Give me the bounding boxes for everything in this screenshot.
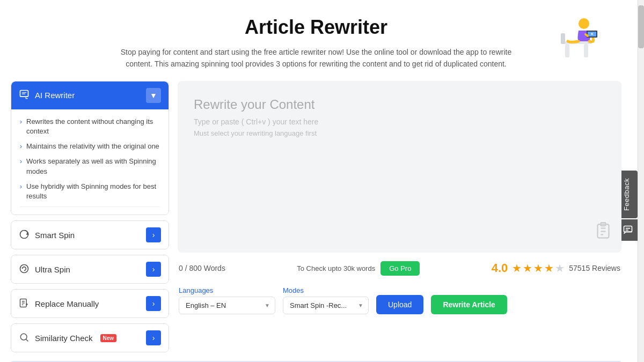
- similarity-check-left: Similarity Check New: [19, 332, 116, 344]
- svg-text:✕: ✕: [590, 32, 594, 36]
- review-count: 57515 Reviews: [569, 264, 620, 272]
- replace-manually-left: Replace Manually: [19, 298, 99, 310]
- scrollbar[interactable]: [638, 0, 644, 362]
- editor-placeholder-note: Must select your rewriting language firs…: [194, 129, 605, 137]
- rewrite-button[interactable]: Rewrite Article: [431, 295, 507, 314]
- star-2: ★: [523, 262, 532, 275]
- feature-text: Rewrites the content without changing it…: [26, 117, 160, 136]
- editor-placeholder-title: Rewrite your Content: [194, 97, 605, 112]
- ai-rewriter-label: AI Rewriter: [35, 91, 75, 100]
- star-3: ★: [533, 262, 543, 275]
- go-pro-button[interactable]: Go Pro: [380, 261, 420, 276]
- chevron-icon: ›: [20, 142, 22, 151]
- editor-placeholder-sub: Type or paste ( Ctrl+v ) your text here: [194, 117, 605, 126]
- feature-item: › Maintains the relativity with the orig…: [20, 142, 160, 151]
- rating-score: 4.0: [492, 261, 508, 275]
- similarity-check-new-badge: New: [100, 334, 117, 342]
- similarity-check-label: Similarity Check: [35, 334, 93, 343]
- ultra-spin-label: Ultra Spin: [35, 265, 70, 274]
- star-5: ★: [555, 262, 565, 275]
- smart-spin-header[interactable]: Smart Spin ›: [11, 221, 169, 249]
- replace-manually-header[interactable]: Replace Manually ›: [11, 290, 169, 317]
- ai-rewriter-header[interactable]: AI Rewriter ▼: [11, 82, 169, 109]
- sidebar-item-ultra-spin: Ultra Spin ›: [11, 255, 169, 284]
- star-1: ★: [512, 262, 522, 275]
- sidebar-item-replace-manually: Replace Manually ›: [11, 289, 169, 318]
- mode-group: Modes Smart Spin -Rec... Ultra Spin AI R…: [283, 286, 369, 314]
- ai-rewriter-left: AI Rewriter: [19, 89, 75, 101]
- editor-box[interactable]: Rewrite your Content Type or paste ( Ctr…: [178, 81, 621, 253]
- star-4: ★: [544, 262, 554, 275]
- sidebar: AI Rewriter ▼ › Rewrites the content wit…: [11, 81, 169, 358]
- smart-spin-arrow[interactable]: ›: [146, 227, 161, 242]
- stats-bar: 0 / 800 Words To Check upto 30k words Go…: [178, 258, 621, 279]
- feature-text: Use hybridly with Spinning modes for bes…: [26, 182, 160, 201]
- svg-point-7: [579, 18, 589, 29]
- chevron-icon: ›: [20, 117, 22, 127]
- language-label: Languages: [179, 286, 275, 294]
- language-group: Languages English – EN Spanish – ES Fren…: [179, 286, 275, 314]
- feature-item: › Rewrites the content without changing …: [20, 117, 160, 136]
- upload-button[interactable]: Upload: [376, 295, 423, 314]
- svg-point-15: [20, 264, 28, 272]
- smart-spin-icon: [19, 229, 30, 241]
- sidebar-item-smart-spin: Smart Spin ›: [11, 220, 169, 249]
- controls-bar: Languages English – EN Spanish – ES Fren…: [178, 284, 621, 316]
- feature-item: › Works separately as well as with Spinn…: [20, 157, 160, 176]
- svg-rect-11: [20, 91, 28, 97]
- pro-section: To Check upto 30k words Go Pro: [297, 261, 420, 276]
- feature-item: › Use hybridly with Spinning modes for b…: [20, 182, 160, 201]
- editor-paste-icon: [594, 221, 613, 244]
- svg-rect-0: [624, 226, 632, 232]
- sidebar-item-similarity-check: Similarity Check New ›: [11, 323, 169, 352]
- ultra-spin-arrow[interactable]: ›: [146, 262, 161, 277]
- ultra-spin-icon: [19, 263, 30, 276]
- svg-point-17: [20, 334, 27, 340]
- page-title: Article Rewriter: [113, 16, 519, 39]
- ai-rewriter-toggle[interactable]: ▼: [146, 88, 161, 103]
- svg-rect-5: [584, 44, 588, 57]
- mode-select-wrapper: Smart Spin -Rec... Ultra Spin AI Rewrite…: [283, 297, 369, 314]
- similarity-check-arrow[interactable]: ›: [146, 330, 161, 345]
- feature-text: Works separately as well as with Spinnin…: [26, 157, 160, 176]
- header-illustration: ✕: [554, 12, 600, 65]
- ultra-spin-header[interactable]: Ultra Spin ›: [11, 255, 169, 283]
- sidebar-item-ai-rewriter: AI Rewriter ▼ › Rewrites the content wit…: [11, 81, 169, 215]
- smart-spin-left: Smart Spin: [19, 229, 75, 241]
- ai-rewriter-icon: [19, 89, 30, 101]
- replace-manually-label: Replace Manually: [35, 299, 99, 308]
- svg-rect-6: [561, 33, 565, 44]
- chevron-icon: ›: [20, 182, 22, 191]
- body-layout: AI Rewriter ▼ › Rewrites the content wit…: [5, 81, 627, 358]
- pro-text: To Check upto 30k words: [297, 264, 375, 272]
- chevron-icon: ›: [20, 157, 22, 166]
- similarity-check-header[interactable]: Similarity Check New ›: [11, 324, 169, 352]
- smart-spin-label: Smart Spin: [35, 231, 75, 240]
- page-header: Article Rewriter Stop paying for content…: [5, 0, 627, 81]
- ultra-spin-left: Ultra Spin: [19, 263, 70, 276]
- svg-line-18: [26, 339, 28, 341]
- main-content: Rewrite your Content Type or paste ( Ctr…: [178, 81, 621, 358]
- mode-select[interactable]: Smart Spin -Rec... Ultra Spin AI Rewrite…: [283, 297, 369, 314]
- similarity-check-icon: [19, 332, 30, 344]
- feature-text: Maintains the relativity with the origin…: [26, 142, 159, 151]
- ai-rewriter-features: › Rewrites the content without changing …: [11, 109, 169, 215]
- stars: ★ ★ ★ ★ ★: [512, 262, 565, 275]
- replace-manually-arrow[interactable]: ›: [146, 296, 161, 311]
- replace-manually-icon: [19, 298, 30, 310]
- scrollbar-thumb[interactable]: [638, 5, 644, 48]
- rating-section: 4.0 ★ ★ ★ ★ ★ 57515 Reviews: [492, 261, 620, 275]
- svg-rect-4: [565, 44, 569, 57]
- page-description: Stop paying for content and start using …: [113, 46, 519, 70]
- word-count: 0 / 800 Words: [179, 264, 225, 272]
- language-select[interactable]: English – EN Spanish – ES French – FR: [179, 297, 275, 314]
- language-select-wrapper: English – EN Spanish – ES French – FR: [179, 297, 275, 314]
- mode-label: Modes: [283, 286, 369, 294]
